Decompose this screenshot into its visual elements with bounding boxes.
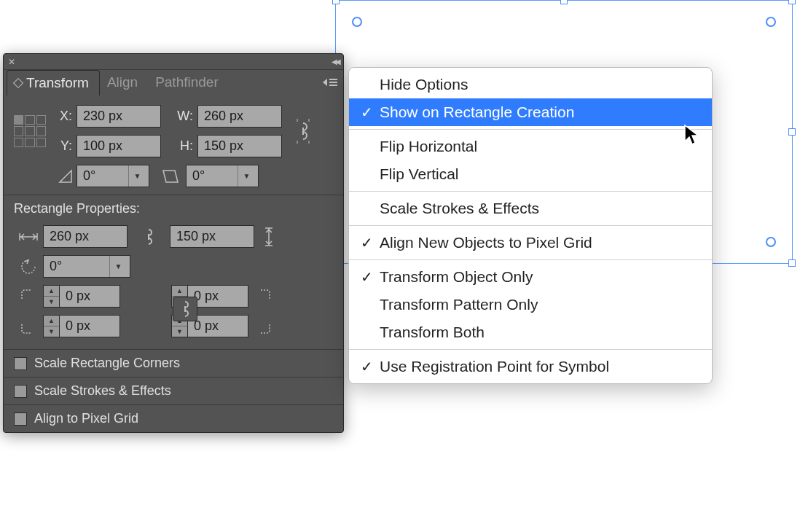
w-label: W: [174,109,193,124]
transform-tab-icon [13,77,23,87]
panel-flyout-menu: Hide Options ✓Show on Rectangle Creation… [348,67,713,384]
rect-width-field[interactable]: 260 px [43,225,128,248]
chevron-down-icon[interactable]: ▼ [128,165,146,187]
corner-radius-widget-br[interactable] [766,237,776,247]
h-field[interactable]: 150 px [197,135,282,157]
scale-strokes-checkbox[interactable]: Scale Strokes & Effects [4,377,343,404]
rect-height-field[interactable]: 150 px [170,225,254,248]
selection-handle-top-mid[interactable] [560,0,568,4]
rect-height-icon [254,227,283,247]
w-field[interactable]: 260 px [197,105,282,128]
rotate-value: 0° [83,168,95,184]
svg-rect-2 [329,85,337,86]
rectangle-properties-label: Rectangle Properties: [14,201,333,216]
menu-flip-v-label: Flip Vertical [380,165,459,183]
menu-flip-horizontal[interactable]: Flip Horizontal [349,133,712,160]
menu-separator [349,259,712,260]
rotate-icon [55,168,77,184]
menu-flip-vertical[interactable]: Flip Vertical [349,160,712,188]
menu-separator [349,349,712,350]
corner-radius-widget-tr[interactable] [766,17,776,27]
panel-tabs: Transform Align Pathfinder [4,70,343,95]
close-icon[interactable]: ✕ [8,57,15,67]
rect-rotate-icon [14,257,43,276]
menu-t-obj-label: Transform Object Only [380,268,533,286]
corner-tl-icon [14,289,43,305]
chevron-down-icon[interactable]: ▼ [109,256,127,277]
menu-reg-point-label: Use Registration Point for Symbol [380,358,609,375]
panel-title-bar[interactable]: ✕ ◀◀ [4,54,343,70]
panel-menu-icon[interactable] [323,77,337,87]
menu-separator [349,191,712,192]
menu-transform-pattern-only[interactable]: Transform Pattern Only [349,291,712,318]
h-label: H: [174,138,193,154]
rotate-dropdown[interactable]: 0°▼ [77,165,149,187]
tab-pathfinder[interactable]: Pathfinder [148,70,229,95]
corner-tr-icon [248,289,278,305]
corner-bl-icon [14,318,43,335]
transform-panel: ✕ ◀◀ Transform Align Pathfinder X: 230 p… [3,53,344,433]
menu-align-pixel-label: Align New Objects to Pixel Grid [380,234,592,251]
x-label: X: [53,109,72,124]
corner-tl-field[interactable]: ▲▼0 px [43,285,120,308]
link-corners-icon[interactable] [173,297,197,321]
menu-separator [349,225,712,226]
menu-show-on-rect-label: Show on Rectangle Creation [380,103,574,121]
mouse-cursor-icon [683,124,701,146]
menu-hide-options-label: Hide Options [380,76,468,93]
menu-transform-both[interactable]: Transform Both [349,318,712,346]
menu-t-pat-label: Transform Pattern Only [380,296,538,313]
menu-scale-strokes-label: Scale Strokes & Effects [380,200,539,217]
chevron-down-icon[interactable]: ▼ [238,165,255,187]
y-label: Y: [53,138,72,154]
menu-t-both-label: Transform Both [380,324,485,341]
svg-rect-0 [329,79,337,80]
constrain-proportions-icon[interactable] [292,120,314,142]
corner-bl-field[interactable]: ▲▼0 px [43,315,120,337]
rect-angle-dropdown[interactable]: 0°▼ [43,255,130,278]
selection-handle-top-left[interactable] [332,0,340,4]
scale-rect-corners-checkbox[interactable]: Scale Rectangle Corners [4,349,343,377]
tab-transform[interactable]: Transform [7,70,100,95]
shear-value: 0° [192,168,205,184]
shear-dropdown[interactable]: 0°▼ [186,165,259,187]
menu-registration-point[interactable]: ✓Use Registration Point for Symbol [349,353,712,380]
scale-strokes-label: Scale Strokes & Effects [34,383,171,399]
selection-handle-mid-right[interactable] [788,128,796,136]
menu-separator [349,129,712,130]
menu-align-pixel-grid[interactable]: ✓Align New Objects to Pixel Grid [349,229,712,257]
corner-radius-widget-tl[interactable] [352,17,362,27]
align-pixel-grid-label: Align to Pixel Grid [34,411,138,426]
corner-tl-value: 0 px [59,285,120,308]
corner-br-icon [248,318,278,335]
menu-scale-strokes[interactable]: Scale Strokes & Effects [349,195,712,222]
menu-transform-object-only[interactable]: ✓Transform Object Only [349,263,712,291]
shear-icon [157,168,186,184]
y-field[interactable]: 100 px [77,135,161,157]
rect-width-icon [14,230,43,243]
menu-show-on-rect-creation[interactable]: ✓Show on Rectangle Creation [349,98,712,126]
scale-rect-corners-label: Scale Rectangle Corners [34,356,180,371]
selection-handle-bottom-right[interactable] [788,259,796,267]
collapse-icon[interactable]: ◀◀ [332,58,339,66]
tab-align[interactable]: Align [100,70,148,95]
align-pixel-grid-checkbox[interactable]: Align to Pixel Grid [4,404,343,432]
menu-hide-options[interactable]: Hide Options [349,71,712,98]
svg-rect-1 [329,82,337,83]
x-field[interactable]: 230 px [77,105,161,128]
reference-point-selector[interactable] [14,115,46,147]
selection-handle-top-right[interactable] [788,0,796,4]
tab-transform-label: Transform [26,75,89,90]
menu-flip-h-label: Flip Horizontal [380,138,477,155]
corner-bl-value: 0 px [59,315,120,337]
link-width-height-icon[interactable] [138,226,160,248]
rect-angle-value: 0° [50,259,62,274]
